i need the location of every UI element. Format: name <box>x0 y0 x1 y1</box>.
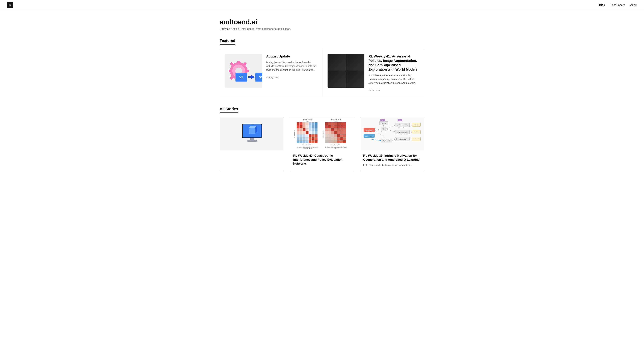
nav-fast-papers[interactable]: Fast Papers <box>610 3 625 6</box>
svg-rect-133 <box>303 134 306 137</box>
nav-blog[interactable]: Blog <box>599 3 605 6</box>
story-card-title-1 <box>223 154 281 157</box>
svg-rect-199 <box>334 137 337 140</box>
svg-rect-93 <box>249 128 255 134</box>
svg-rect-124 <box>297 131 300 134</box>
svg-rect-97 <box>250 138 254 140</box>
svg-rect-172 <box>337 125 340 128</box>
svg-rect-189 <box>325 134 328 137</box>
svg-rect-125 <box>300 131 302 134</box>
svg-line-90 <box>360 80 362 81</box>
svg-rect-203 <box>325 140 328 143</box>
svg-rect-187 <box>340 131 343 134</box>
svg-rect-179 <box>337 128 340 131</box>
svg-rect-114 <box>309 125 312 128</box>
svg-rect-144 <box>315 137 318 140</box>
svg-rect-105 <box>303 122 306 125</box>
featured-card-rl41[interactable]: RL Weekly 41: Adversarial Policies, Imag… <box>322 49 424 97</box>
featured-card-desc-august: During the past few weeks, the endtoend.… <box>266 60 317 72</box>
heatmap-svg: Relative TD-Error +100% Context Trained … <box>291 118 353 149</box>
svg-line-51 <box>357 64 359 67</box>
svg-point-61 <box>334 77 336 79</box>
svg-text:reward for training: reward for training <box>412 125 420 126</box>
svg-rect-181 <box>343 128 346 131</box>
svg-text:+100%: +100% <box>335 121 338 122</box>
svg-text:f*: f* <box>383 128 384 130</box>
svg-rect-165 <box>337 122 340 125</box>
svg-line-52 <box>359 64 360 67</box>
svg-rect-137 <box>315 134 318 137</box>
svg-line-86 <box>359 78 360 82</box>
svg-line-28 <box>335 64 337 67</box>
svg-rect-175 <box>325 128 328 131</box>
svg-rect-190 <box>328 134 331 137</box>
story-card-body-1 <box>220 150 284 162</box>
story-card-1[interactable] <box>220 117 284 171</box>
svg-text:(a) TD errors across game scor: (a) TD errors across game score contexts… <box>297 147 318 148</box>
svg-rect-78 <box>346 71 364 88</box>
svg-rect-6 <box>246 69 249 72</box>
svg-rect-150 <box>312 140 314 143</box>
svg-rect-116 <box>315 125 318 128</box>
svg-rect-117 <box>297 128 300 131</box>
featured-card-content-rl41: RL Weekly 41: Adversarial Policies, Imag… <box>368 54 419 92</box>
svg-rect-106 <box>306 122 308 125</box>
svg-text:joint: joint <box>382 120 384 121</box>
svg-text:Context Evaluated On: Context Evaluated On <box>331 144 340 145</box>
svg-line-64 <box>334 83 336 85</box>
svg-rect-121 <box>309 128 312 131</box>
svg-rect-195 <box>343 134 346 137</box>
svg-rect-182 <box>325 131 328 134</box>
svg-line-34 <box>340 64 342 67</box>
svg-rect-7 <box>228 69 231 72</box>
svg-point-79 <box>351 77 353 79</box>
svg-rect-118 <box>300 128 302 131</box>
svg-rect-98 <box>247 140 257 142</box>
svg-line-65 <box>332 79 334 80</box>
rl-cell-3 <box>328 71 346 88</box>
svg-line-29 <box>332 61 335 63</box>
svg-point-67 <box>339 76 341 78</box>
svg-rect-202 <box>343 137 346 140</box>
svg-rect-173 <box>340 125 343 128</box>
story-card-desc-3: In this issue, we look at using intrinsi… <box>363 163 421 167</box>
svg-text:(e.g. bar partially lifted): (e.g. bar partially lifted) <box>398 134 407 135</box>
logo[interactable]: ai <box>7 2 13 8</box>
svg-point-49 <box>359 58 361 60</box>
svg-rect-206 <box>334 140 337 143</box>
story-card-body-3: RL Weekly 39: Intrinsic Motivation for C… <box>360 150 424 170</box>
svg-text:Context Trained On: Context Trained On <box>294 130 295 138</box>
svg-text:(pretrained): (pretrained) <box>381 131 386 132</box>
svg-rect-55 <box>328 71 346 88</box>
svg-line-68 <box>340 78 340 82</box>
svg-rect-191 <box>331 134 334 137</box>
svg-rect-186 <box>337 131 340 134</box>
rl-cell-1 <box>328 54 346 71</box>
svg-rect-151 <box>315 140 318 143</box>
svg-rect-113 <box>306 125 308 128</box>
svg-line-45 <box>351 65 353 68</box>
svg-rect-37 <box>346 54 364 71</box>
svg-rect-103 <box>297 122 300 125</box>
logo-box: ai <box>7 2 13 8</box>
svg-text:Relative TD-Error: Relative TD-Error <box>332 119 341 120</box>
svg-rect-167 <box>343 122 346 125</box>
svg-rect-170 <box>331 125 334 128</box>
svg-rect-127 <box>306 131 308 134</box>
stories-grid: Relative TD-Error +100% Context Trained … <box>220 117 424 171</box>
navigation: ai Blog Fast Papers About <box>0 0 644 10</box>
svg-rect-73 <box>346 71 364 88</box>
svg-rect-166 <box>340 122 343 125</box>
svg-line-54 <box>360 61 362 63</box>
svg-point-25 <box>334 58 336 60</box>
story-card-2[interactable]: Relative TD-Error +100% Context Trained … <box>290 117 354 171</box>
svg-text:intrinsic: intrinsic <box>414 124 418 125</box>
svg-text:predicted next state: predicted next state <box>398 124 407 126</box>
story-card-3[interactable]: current state (e.g. bar on table) f* (pr… <box>360 117 424 171</box>
svg-rect-209 <box>343 140 346 143</box>
nav-about[interactable]: About <box>630 3 637 6</box>
svg-line-30 <box>335 61 338 62</box>
featured-card-august-update[interactable]: V1 V2 August Update During the past few … <box>220 49 322 97</box>
site-title: endtoend.ai <box>220 18 424 26</box>
svg-rect-143 <box>312 137 314 140</box>
